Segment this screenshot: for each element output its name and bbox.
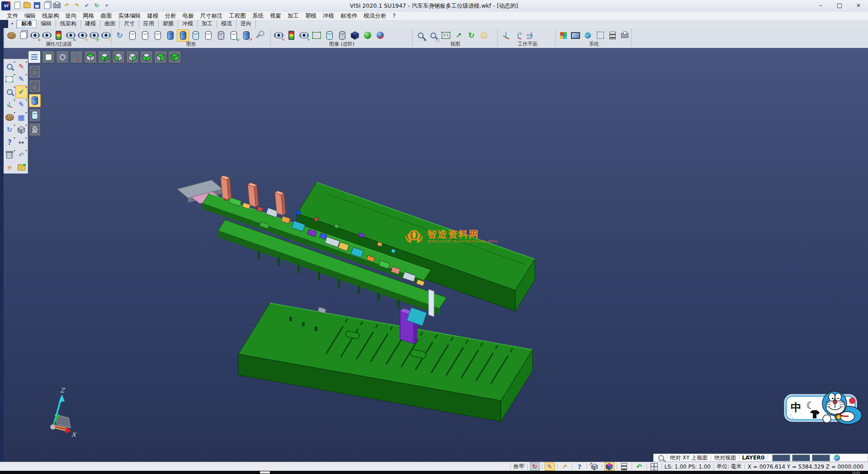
close-button[interactable]: × (849, 0, 868, 12)
tab-die[interactable]: 冲模 (178, 20, 198, 28)
cylinder-shaded-edges-icon[interactable] (29, 109, 41, 122)
workplane-axis-icon[interactable] (500, 30, 511, 41)
tab-machining[interactable]: 加工 (198, 20, 217, 28)
eye-pencil-icon[interactable]: ✎ (273, 30, 284, 41)
view-smiley-icon[interactable]: ☺ (478, 30, 490, 41)
zoom-window-icon[interactable]: □ (428, 30, 439, 41)
zoom-arrow-icon[interactable]: ↗ (453, 30, 464, 41)
undo-icon[interactable]: ↶ (63, 2, 71, 9)
lock-label[interactable]: 拴牢 (514, 463, 524, 470)
more-commands-icon[interactable]: ▾ (103, 2, 110, 9)
arrow-cube-icon[interactable]: ↗ (590, 463, 599, 470)
eye-add-icon[interactable]: + (30, 30, 40, 41)
printer-icon[interactable] (619, 30, 630, 41)
taskbar-app-indicator[interactable] (260, 471, 270, 474)
view-back-icon[interactable] (154, 51, 167, 63)
wrench-icon[interactable] (253, 30, 264, 41)
render-frame-icon[interactable] (311, 30, 322, 41)
menu-item[interactable]: 逆向 (62, 12, 80, 20)
open-file-icon[interactable] (24, 2, 31, 9)
menu-item[interactable]: 曲面 (98, 12, 115, 20)
traffic-light-icon[interactable] (286, 30, 297, 41)
axis-orientation-icon[interactable] (70, 51, 83, 63)
layer-stripes-icon[interactable] (620, 463, 629, 470)
view-refresh-icon[interactable]: ↻ (466, 30, 477, 41)
hide-minus-icon[interactable]: − (101, 30, 111, 41)
cylinder-arrow-icon[interactable]: ↗ (241, 30, 252, 41)
cylinder-shaded-icon[interactable] (165, 30, 176, 41)
workplane-axis-icon[interactable]: ▾ (4, 99, 15, 110)
help-icon[interactable]: ? (575, 463, 584, 470)
ime-punctuation-icon[interactable]: ’。 (790, 414, 796, 419)
menu-item[interactable]: 分析 (162, 12, 179, 20)
view-right-icon[interactable] (126, 51, 139, 63)
tab-mold[interactable]: 塑膜 (159, 20, 178, 28)
refresh-rotate-icon[interactable]: ↻▾ (4, 124, 15, 136)
cylinder-mesh-icon[interactable] (215, 30, 226, 41)
toolbar-dropdown-icon[interactable]: ▾ (8, 20, 17, 28)
menu-item[interactable]: 尺寸标注 (197, 12, 226, 20)
view-left-icon[interactable] (140, 51, 153, 63)
confirm-check-icon[interactable]: ✔▾ (16, 86, 27, 98)
layer-color-bar[interactable] (812, 455, 830, 461)
zoom-dynamic-icon[interactable] (56, 51, 69, 63)
menu-list-icon[interactable] (28, 51, 41, 63)
trash-icon[interactable]: ▾ (4, 149, 15, 161)
maximize-button[interactable]: □ (830, 0, 849, 12)
cylinder-transparent-icon[interactable] (190, 30, 201, 41)
monitor-icon[interactable] (570, 30, 581, 41)
curve-pencil-icon[interactable]: ✎▾ (16, 99, 27, 110)
viewport-3d[interactable]: Z X ▾ (4, 48, 868, 462)
compass-wheel-icon[interactable]: ✳ (4, 162, 15, 174)
print-icon[interactable] (53, 2, 61, 9)
ime-language-indicator[interactable]: 中 (791, 401, 802, 414)
color-grid-icon[interactable] (558, 30, 569, 41)
tab-edit[interactable]: 编辑 (37, 20, 56, 28)
touch-cube-icon[interactable]: ↗ (560, 463, 569, 470)
zoom-select-icon[interactable]: ▾ (4, 61, 15, 72)
save-icon[interactable] (33, 2, 41, 9)
sphere-green-icon[interactable] (362, 30, 373, 41)
sphere-section-icon[interactable] (374, 30, 386, 41)
layer-color-bar[interactable] (793, 455, 810, 461)
cylinder-hidden-line-icon[interactable] (29, 80, 41, 93)
dimension-icon[interactable]: ↔▾ (16, 137, 27, 148)
view-mode-label[interactable]: 绝对 XY 上视图 (670, 454, 708, 462)
undo-rotate-icon[interactable]: ↶ (635, 463, 644, 470)
cube-shaded-icon[interactable] (349, 30, 360, 41)
zoom-extents-icon[interactable]: 1:1 (440, 30, 452, 41)
layer-color-bar[interactable] (773, 455, 790, 461)
cylinder-recycle-icon[interactable]: ↻ (228, 30, 239, 41)
frame-select-icon[interactable]: ▾ (4, 73, 15, 85)
menu-item[interactable]: 建模 (144, 12, 162, 20)
zoom-in-icon[interactable]: + (415, 30, 426, 41)
view-icon[interactable]: ✔ (83, 2, 90, 9)
zoom-plus-icon[interactable]: ▾ (4, 86, 15, 98)
traffic-light-icon[interactable] (53, 30, 64, 41)
cylinder-wireframe-icon[interactable] (127, 30, 138, 41)
grid-quad-icon[interactable] (650, 463, 659, 470)
menu-item[interactable]: 模流分析 (361, 12, 390, 20)
menu-item-help[interactable]: ? (390, 12, 399, 20)
menu-item[interactable]: 加工 (284, 12, 302, 20)
ime-toolbar[interactable]: 中 ’。 ☾ (783, 385, 867, 430)
render-palette-icon[interactable]: ▾ (4, 111, 15, 123)
view-top-icon[interactable] (84, 51, 97, 63)
eye-refresh-icon[interactable]: ↻ (66, 30, 76, 41)
redo-icon[interactable]: ↷ (73, 2, 80, 9)
tab-reverse[interactable]: 逆向 (236, 20, 256, 28)
workplane-align-icon[interactable] (525, 30, 537, 41)
cylinder-wireframe-icon[interactable] (139, 30, 151, 41)
menu-item[interactable]: 网格 (80, 12, 98, 20)
tab-flow[interactable]: 模流 (217, 20, 236, 28)
tab-modeling[interactable]: 建模 (81, 20, 100, 28)
cube-top-highlight-icon[interactable] (605, 463, 614, 470)
tab-surface[interactable]: 曲面 (100, 20, 120, 28)
tab-application[interactable]: 应用 (139, 20, 159, 28)
search-icon[interactable] (658, 455, 664, 461)
tab-wireframe[interactable]: 线架构 (56, 20, 81, 28)
show-plus-icon[interactable]: + (89, 30, 99, 41)
cylinder-mesh-icon[interactable] (336, 30, 348, 41)
refresh-red-icon[interactable]: ↻ (530, 463, 539, 470)
visi-app-icon[interactable]: VI (1, 1, 10, 10)
